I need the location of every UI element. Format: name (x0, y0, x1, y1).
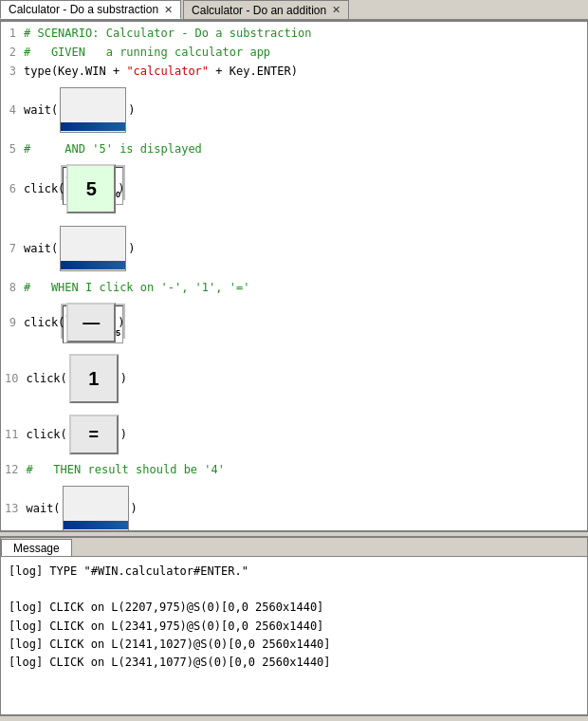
code-line-10: 10 click( 1 ) (1, 348, 587, 409)
wait-widget-3: STANDARD 4 (63, 486, 129, 531)
line-content-4: wait( ■ STANDARD = 0 ) (24, 85, 587, 135)
line-num-6: 6 (1, 159, 24, 218)
tab-subtraction-close[interactable]: ✕ (164, 4, 173, 16)
line-content-2: # GIVEN a running calculator app (24, 44, 587, 61)
log-line-5: [log] CLICK on L(2341,1077)@S(0)[0,0 256… (9, 654, 579, 672)
code-line-9: 9 click( — ) (1, 297, 587, 348)
btn-eq-widget: = (69, 415, 119, 454)
line-num-8: 8 (1, 279, 24, 296)
line-num-9: 9 (1, 298, 24, 347)
tab-subtraction-label: Calculator - Do a substraction (9, 3, 158, 16)
btn-1-widget: 1 (69, 354, 119, 403)
line-num-13: 13 (1, 480, 26, 531)
tab-addition-close[interactable]: ✕ (332, 4, 340, 16)
line-num-10: 10 (1, 349, 26, 408)
code-line-2: 2 # GIVEN a running calculator app (1, 43, 587, 62)
line-num-2: 2 (1, 44, 24, 61)
log-line-blank (9, 581, 579, 599)
code-line-8: 8 # WHEN I click on '-', '1', '=' (1, 278, 587, 297)
code-line-12: 12 # THEN result should be '4' (1, 460, 587, 479)
line-content-1: # SCENARIO: Calculator - Do a substracti… (24, 25, 587, 42)
line-num-1: 1 (1, 25, 24, 42)
code-line-7: 7 wait( ■ 5 STANDARD = 5 ) (1, 219, 587, 278)
log-line-2: [log] CLICK on L(2207,975)@S(0)[0,0 2560… (9, 599, 579, 617)
tab-bar: Calculator - Do a substraction ✕ Calcula… (0, 0, 588, 21)
tab-subtraction[interactable]: Calculator - Do a substraction ✕ (0, 0, 181, 19)
message-tab[interactable]: Message (1, 539, 72, 556)
calc-titlebar-3: STANDARD (64, 521, 128, 529)
line-content-13: wait( STANDARD 4 ) (26, 484, 587, 531)
line-num-12: 12 (1, 461, 26, 478)
code-line-13: 13 wait( STANDARD 4 ) (1, 479, 587, 531)
btn-5-widget: 5 (66, 164, 116, 213)
wait-widget-1: ■ STANDARD = 0 (60, 87, 126, 133)
calc-titlebar-1: ■ STANDARD (61, 122, 125, 131)
line-content-6: click( 5 ) (24, 162, 587, 215)
log-line-1: [log] TYPE "#WIN.calculator#ENTER." (9, 563, 579, 581)
status-bar: (python) | R: 11 | C: 8 (0, 715, 588, 721)
line-num-4: 4 (1, 82, 24, 139)
line-content-11: click( = ) (26, 413, 587, 456)
log-line-4: [log] CLICK on L(2141,1027)@S(0)[0,0 256… (9, 636, 579, 654)
code-area: 1 # SCENARIO: Calculator - Do a substrac… (0, 21, 588, 531)
line-content-10: click( 1 ) (26, 352, 587, 405)
message-tab-label: Message (13, 542, 60, 555)
btn-minus-widget: — (66, 303, 116, 342)
line-content-5: # AND '5' is displayed (24, 140, 587, 157)
line-content-9: click( — ) (24, 301, 587, 344)
log-line-3: [log] CLICK on L(2341,975)@S(0)[0,0 2560… (9, 618, 579, 636)
tab-addition[interactable]: Calculator - Do an addition ✕ (183, 0, 349, 19)
calc-titlebar-2: ■ 5 STANDARD (61, 261, 125, 269)
code-line-4: 4 wait( ■ STANDARD = 0 ) (1, 81, 587, 139)
line-content-7: wait( ■ 5 STANDARD = 5 ) (24, 224, 587, 273)
code-line-11: 11 click( = ) (1, 409, 587, 460)
message-content: [log] TYPE "#WIN.calculator#ENTER." [log… (1, 557, 587, 714)
line-num-7: 7 (1, 220, 24, 277)
message-tab-bar: Message (1, 538, 587, 557)
tab-addition-label: Calculator - Do an addition (192, 4, 326, 17)
line-content-12: # THEN result should be '4' (26, 461, 587, 478)
line-num-3: 3 (1, 63, 24, 80)
wait-widget-2: ■ 5 STANDARD = 5 (60, 226, 126, 271)
line-content-8: # WHEN I click on '-', '1', '=' (24, 279, 587, 296)
code-line-5: 5 # AND '5' is displayed (1, 139, 587, 158)
line-content-3: type(Key.WIN + "calculator" + Key.ENTER) (24, 63, 587, 80)
code-line-1: 1 # SCENARIO: Calculator - Do a substrac… (1, 24, 587, 43)
code-line-6: 6 click( 5 ) (1, 158, 587, 219)
line-num-5: 5 (1, 140, 24, 157)
line-num-11: 11 (1, 410, 26, 459)
code-line-3: 3 type(Key.WIN + "calculator" + Key.ENTE… (1, 62, 587, 81)
message-panel: Message [log] TYPE "#WIN.calculator#ENTE… (0, 537, 588, 715)
